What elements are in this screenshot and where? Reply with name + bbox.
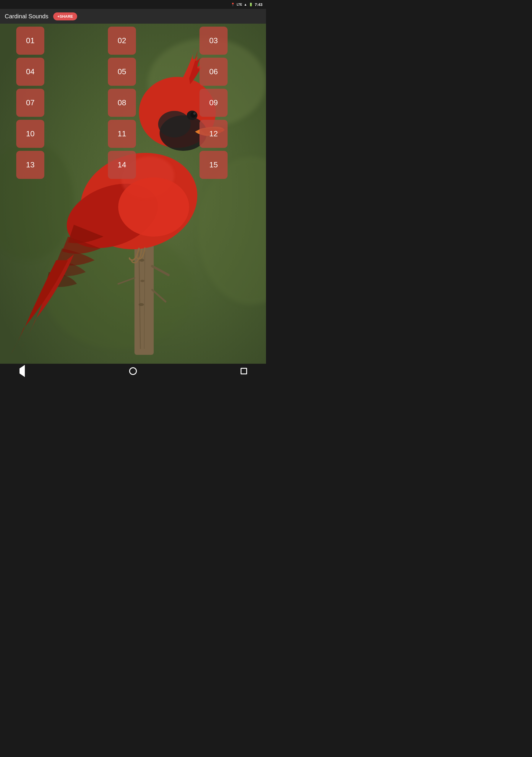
sound-button-05[interactable]: 05 (108, 58, 136, 86)
lte-icon: LTE (237, 3, 242, 6)
nav-bar (0, 364, 266, 378)
recents-button[interactable] (239, 367, 248, 376)
buttons-overlay: 010203040506070809101112131415 (0, 24, 266, 364)
battery-icon: 🔋 (249, 3, 253, 7)
sound-button-07[interactable]: 07 (16, 89, 44, 117)
status-bar: 📍 LTE ▲ 🔋 7:43 (0, 0, 266, 9)
sound-button-10[interactable]: 10 (16, 120, 44, 148)
sound-button-08[interactable]: 08 (108, 89, 136, 117)
sound-button-14[interactable]: 14 (108, 151, 136, 179)
sound-button-03[interactable]: 03 (199, 27, 227, 55)
sound-button-01[interactable]: 01 (16, 27, 44, 55)
sound-button-04[interactable]: 04 (16, 58, 44, 86)
share-button[interactable]: +SHARE (53, 13, 77, 20)
sound-button-09[interactable]: 09 (199, 89, 227, 117)
home-button[interactable] (129, 367, 137, 376)
sound-button-15[interactable]: 15 (199, 151, 227, 179)
back-button[interactable] (18, 367, 27, 376)
sound-button-12[interactable]: 12 (199, 120, 227, 148)
sound-button-02[interactable]: 02 (108, 27, 136, 55)
status-time: 7:43 (255, 2, 262, 7)
app-title: Cardinal Sounds (5, 13, 48, 20)
main-content: 010203040506070809101112131415 (0, 24, 266, 364)
sound-button-11[interactable]: 11 (108, 120, 136, 148)
location-icon: 📍 (231, 3, 235, 7)
sound-button-06[interactable]: 06 (199, 58, 227, 86)
top-bar: Cardinal Sounds +SHARE (0, 9, 266, 24)
sound-button-13[interactable]: 13 (16, 151, 44, 179)
signal-icon: ▲ (244, 3, 247, 6)
